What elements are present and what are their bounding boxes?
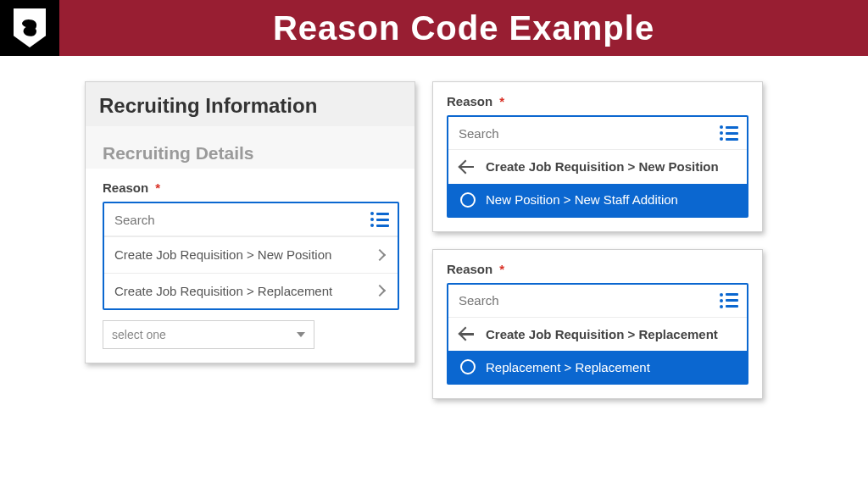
select-one-dropdown[interactable]: select one — [103, 320, 314, 349]
option-label: Create Job Requisition > Replacement — [114, 283, 376, 300]
breadcrumb-text: Create Job Requisition > New Position — [486, 158, 719, 175]
reason-search-combo[interactable]: Create Job Requisition > Replacement Rep… — [447, 283, 748, 385]
required-asterisk-icon: * — [499, 94, 504, 108]
search-input[interactable] — [114, 213, 370, 227]
recruiting-info-panel: Recruiting Information Recruiting Detail… — [85, 81, 415, 363]
reason-search-combo[interactable]: Create Job Requisition > New Position Ne… — [447, 115, 748, 218]
reason-field-label: Reason * — [103, 180, 399, 195]
list-icon[interactable] — [720, 125, 738, 141]
required-asterisk-icon: * — [155, 180, 160, 195]
panel-title: Recruiting Information — [86, 82, 415, 126]
panel-subtitle: Recruiting Details — [86, 126, 415, 169]
selected-option-label: New Position > New Staff Addition — [486, 192, 678, 207]
back-arrow-icon — [460, 326, 476, 341]
reason-field-label: Reason * — [447, 94, 748, 108]
reason-search-combo[interactable]: Create Job Requisition > New Position Cr… — [103, 202, 399, 310]
selected-option-replacement[interactable]: Replacement > Replacement — [448, 351, 747, 383]
cougar-icon — [19, 17, 41, 39]
back-arrow-icon — [460, 159, 476, 175]
slide-header: Reason Code Example — [0, 0, 868, 56]
select-placeholder: select one — [112, 328, 166, 341]
label-text: Reason — [447, 94, 492, 108]
reason-field-label: Reason * — [447, 262, 748, 276]
caret-down-icon — [297, 332, 305, 337]
search-input[interactable] — [459, 126, 720, 141]
search-input[interactable] — [459, 293, 720, 308]
radio-icon — [460, 359, 476, 374]
breadcrumb-nav[interactable]: Create Job Requisition > Replacement — [448, 318, 747, 352]
list-icon[interactable] — [720, 293, 738, 308]
option-new-position[interactable]: Create Job Requisition > New Position — [104, 236, 398, 273]
label-text: Reason — [103, 180, 148, 195]
breadcrumb-text: Create Job Requisition > Replacement — [486, 326, 718, 343]
breadcrumb-nav[interactable]: Create Job Requisition > New Position — [448, 150, 747, 184]
option-label: Create Job Requisition > New Position — [114, 247, 376, 263]
radio-icon — [460, 192, 476, 208]
selected-option-label: Replacement > Replacement — [486, 360, 650, 374]
logo-block — [0, 0, 59, 56]
option-replacement[interactable]: Create Job Requisition > Replacement — [104, 273, 398, 309]
chevron-right-icon — [374, 285, 386, 297]
selected-option-new-staff[interactable]: New Position > New Staff Addition — [448, 184, 747, 216]
reason-panel-new-position: Reason * Create Job Requisition > New Po… — [432, 81, 763, 232]
slide-title: Reason Code Example — [273, 9, 654, 47]
chevron-right-icon — [374, 249, 386, 261]
title-bar: Reason Code Example — [59, 0, 868, 56]
label-text: Reason — [447, 262, 492, 276]
wsu-shield-icon — [14, 8, 46, 47]
reason-panel-replacement: Reason * Create Job Requisition > Replac… — [432, 249, 763, 400]
required-asterisk-icon: * — [499, 262, 504, 276]
slide-content: Recruiting Information Recruiting Detail… — [0, 56, 868, 399]
list-icon[interactable] — [370, 212, 389, 227]
